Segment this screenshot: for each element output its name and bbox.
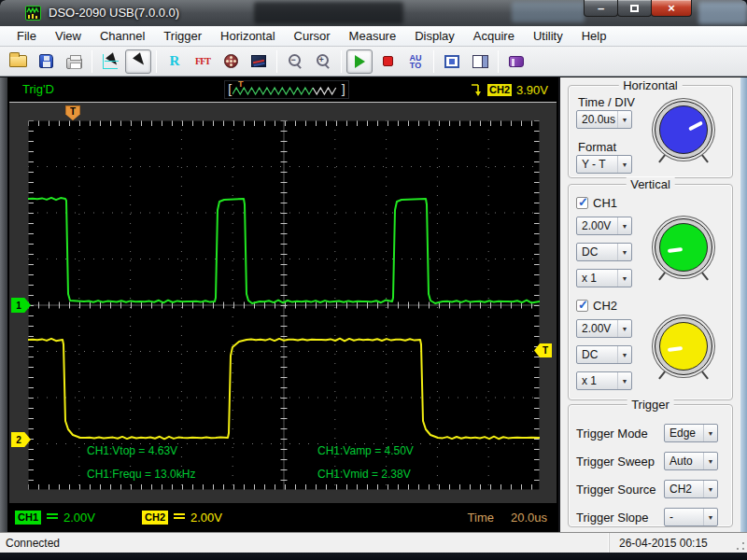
dropdown-arrow-icon[interactable] [617,270,631,287]
zoom-in-button[interactable]: + [310,49,336,74]
maximize-button[interactable] [617,0,652,17]
toolbar-separator [92,50,92,73]
menu-horizontal[interactable]: Horizontal [211,27,285,45]
pointer-icon [131,54,146,69]
dropdown-arrow-icon[interactable] [617,244,631,260]
dropdown-arrow-icon[interactable] [617,156,631,173]
menu-channel[interactable]: Channel [91,27,154,45]
menu-utility[interactable]: Utility [524,27,572,45]
trigger-slope-label: Trigger Slope [576,511,649,525]
knob-face [659,105,708,154]
help-button[interactable] [503,49,529,74]
trigger-slope-dropdown[interactable]: - [664,508,718,526]
preview-right-bracket[interactable]: ] [340,82,347,97]
start-button[interactable] [346,49,373,74]
zoom-out-button[interactable]: − [282,49,308,74]
dropdown-arrow-icon[interactable] [617,217,631,234]
waveform-capture-button[interactable] [246,49,272,74]
menu-display[interactable]: Display [405,27,464,45]
menu-file[interactable]: File [7,27,46,45]
save-icon [39,54,53,68]
ch2-volt-dropdown[interactable]: 2.00V [576,319,632,338]
ch1-probe-dropdown[interactable]: x 1 [576,269,632,287]
vertical-group: Vertical CH1 2.00V DC x 1 [568,184,733,400]
window-bottom-edge [0,553,747,560]
auto-set-button[interactable]: AUTO [402,49,429,74]
refresh-icon: R [170,53,180,69]
ch2-checkbox[interactable] [576,300,588,312]
zoom-in-icon: + [316,54,331,69]
record-icon [224,54,238,68]
menu-trigger[interactable]: Trigger [154,27,211,45]
connection-status: Connected [0,537,609,550]
ch1-scale-value: 2.00V [63,511,95,525]
dropdown-arrow-icon[interactable] [703,453,717,469]
panel-toggle-button[interactable] [467,49,493,74]
cursor-measure-button[interactable] [97,49,123,74]
ch1-vertical-knob[interactable] [655,218,712,276]
window-right-border [740,77,747,533]
fft-button[interactable]: FFT [190,49,216,74]
dropdown-arrow-icon[interactable] [703,509,717,525]
trigger-edge-icon [471,82,483,97]
zoom-out-icon: − [288,54,303,69]
scope-region: Trig'D [ ] T CH2 3.90V [7,77,558,533]
dropdown-arrow-icon[interactable] [617,320,631,337]
toolbar-separator [433,50,434,73]
close-button[interactable]: × [651,0,692,17]
dropdown-arrow-icon[interactable] [703,481,717,497]
datetime-status: 26-04-2015 00:15 [609,533,747,553]
dropdown-arrow-icon[interactable] [617,111,631,128]
title-bar[interactable]: DSO-2090 USB(7.0.0.0) –× [0,0,747,26]
save-button[interactable] [33,49,59,74]
horizontal-position-knob[interactable] [655,101,712,159]
trigger-sweep-dropdown[interactable]: Auto [664,452,718,470]
menu-help[interactable]: Help [572,27,616,45]
trigger-source-badge: CH2 [487,84,512,96]
refresh-button[interactable]: R [162,49,188,74]
menu-measure[interactable]: Measure [340,27,406,45]
ch2-vertical-knob[interactable] [655,317,712,375]
ch2-coupling-dropdown[interactable]: DC [576,345,632,364]
pointer-button[interactable] [125,49,151,74]
horizontal-group-title: Horizontal [618,78,683,92]
acquisition-preview[interactable]: [ ] T [224,80,349,99]
background-window-fragment [512,2,585,22]
stop-button[interactable] [374,49,401,74]
ch1-badge: CH1 [15,511,41,525]
ch2-scale-value: 2.00V [190,511,222,525]
timebase-readout: Time 20.0us [468,511,547,525]
time-div-dropdown[interactable]: 20.0us [576,110,632,129]
control-panel: Horizontal Time / DIV 20.0us Format Y - … [560,77,740,533]
ch1-volt-dropdown[interactable]: 2.00V [576,217,632,235]
trigger-mode-dropdown[interactable]: Edge [664,424,718,442]
trigger-source-dropdown[interactable]: CH2 [664,480,718,498]
menu-cursor[interactable]: Cursor [285,27,340,45]
ch2-badge: CH2 [142,511,168,525]
format-dropdown[interactable]: Y - T [576,155,632,174]
open-button[interactable] [5,49,31,74]
trigger-source-label: Trigger Source [576,483,656,497]
menu-view[interactable]: View [46,27,91,45]
scope-status-row: Trig'D [ ] T CH2 3.90V [9,79,557,100]
minimize-button[interactable]: – [584,0,618,17]
auto-set-icon: AUTO [408,54,423,69]
ch2-probe-dropdown[interactable]: x 1 [576,371,632,390]
print-button[interactable] [61,49,87,74]
resize-grip[interactable] [736,541,745,551]
window-title: DSO-2090 USB(7.0.0.0) [49,6,179,20]
record-button[interactable] [218,49,244,74]
trigger-position-marker[interactable]: T [65,105,80,120]
full-screen-button[interactable] [439,49,465,74]
ch1-coupling-dropdown[interactable]: DC [576,243,632,261]
ch1-scale-readout: CH1 2.00V [15,511,95,525]
knob-pointer [688,120,703,131]
print-icon [66,58,82,69]
dropdown-arrow-icon[interactable] [617,372,631,389]
menu-acquire[interactable]: Acquire [464,27,524,45]
ch1-checkbox[interactable] [576,197,588,209]
background-window-fragment [698,2,747,24]
open-icon [9,55,27,67]
dropdown-arrow-icon[interactable] [617,346,631,363]
dropdown-arrow-icon[interactable] [703,425,717,441]
